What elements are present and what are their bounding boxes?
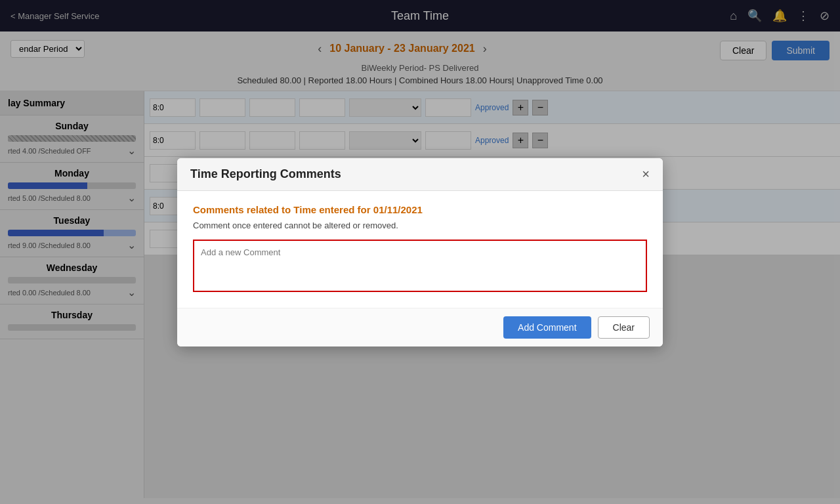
- comment-textarea[interactable]: [193, 240, 647, 292]
- modal-header: Time Reporting Comments ×: [177, 158, 663, 191]
- modal-footer: Add Comment Clear: [177, 308, 663, 346]
- modal-note: Comment once entered cannot be altered o…: [193, 220, 647, 230]
- modal-body: Comments related to Time entered for 01/…: [177, 191, 663, 308]
- close-button[interactable]: ×: [642, 167, 650, 180]
- modal-section-title: Comments related to Time entered for 01/…: [193, 204, 647, 215]
- modal-dialog: Time Reporting Comments × Comments relat…: [177, 158, 663, 346]
- add-comment-button[interactable]: Add Comment: [503, 316, 591, 339]
- clear-modal-button[interactable]: Clear: [598, 316, 650, 339]
- modal-overlay: Time Reporting Comments × Comments relat…: [0, 0, 840, 504]
- modal-title: Time Reporting Comments: [190, 167, 341, 181]
